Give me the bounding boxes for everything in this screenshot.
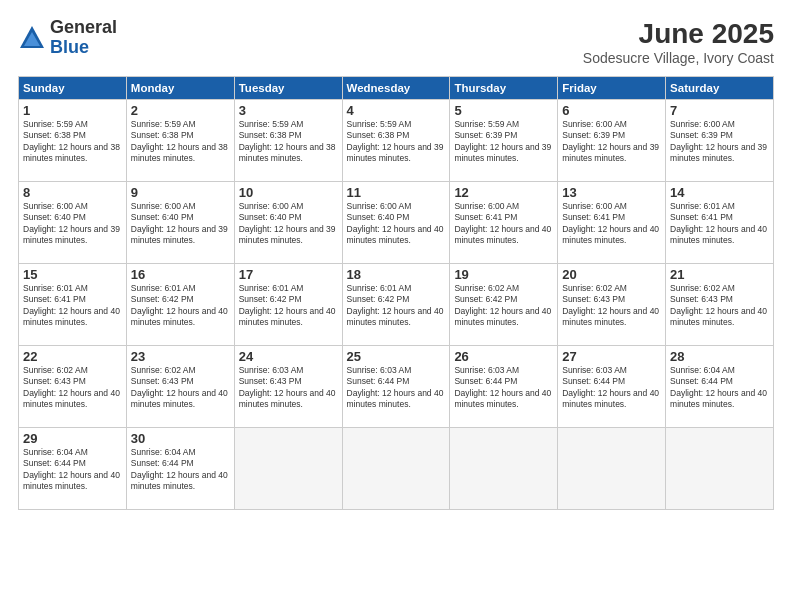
day-info: Sunrise: 6:02 AMSunset: 6:43 PMDaylight:… [562,283,661,329]
day-info: Sunrise: 6:03 AMSunset: 6:44 PMDaylight:… [562,365,661,411]
day-info: Sunrise: 6:02 AMSunset: 6:43 PMDaylight:… [670,283,769,329]
day-number: 12 [454,185,553,200]
day-info: Sunrise: 6:00 AMSunset: 6:40 PMDaylight:… [239,201,338,247]
day-info: Sunrise: 5:59 AMSunset: 6:38 PMDaylight:… [23,119,122,165]
weekday-header-row: Sunday Monday Tuesday Wednesday Thursday… [19,77,774,100]
table-cell [450,428,558,510]
day-number: 23 [131,349,230,364]
th-wednesday: Wednesday [342,77,450,100]
table-cell [342,428,450,510]
day-info: Sunrise: 6:00 AMSunset: 6:39 PMDaylight:… [562,119,661,165]
table-cell: 21Sunrise: 6:02 AMSunset: 6:43 PMDayligh… [666,264,774,346]
day-number: 20 [562,267,661,282]
day-info: Sunrise: 5:59 AMSunset: 6:38 PMDaylight:… [239,119,338,165]
table-cell: 11Sunrise: 6:00 AMSunset: 6:40 PMDayligh… [342,182,450,264]
day-info: Sunrise: 6:02 AMSunset: 6:43 PMDaylight:… [23,365,122,411]
table-cell: 26Sunrise: 6:03 AMSunset: 6:44 PMDayligh… [450,346,558,428]
table-cell: 28Sunrise: 6:04 AMSunset: 6:44 PMDayligh… [666,346,774,428]
day-number: 22 [23,349,122,364]
table-cell: 6Sunrise: 6:00 AMSunset: 6:39 PMDaylight… [558,100,666,182]
table-cell: 23Sunrise: 6:02 AMSunset: 6:43 PMDayligh… [126,346,234,428]
table-cell: 7Sunrise: 6:00 AMSunset: 6:39 PMDaylight… [666,100,774,182]
header: General Blue June 2025 Sodesucre Village… [18,18,774,66]
day-info: Sunrise: 6:01 AMSunset: 6:41 PMDaylight:… [23,283,122,329]
logo: General Blue [18,18,117,58]
day-number: 8 [23,185,122,200]
table-cell [666,428,774,510]
day-number: 29 [23,431,122,446]
day-number: 30 [131,431,230,446]
day-number: 21 [670,267,769,282]
table-cell: 19Sunrise: 6:02 AMSunset: 6:42 PMDayligh… [450,264,558,346]
day-info: Sunrise: 6:00 AMSunset: 6:40 PMDaylight:… [23,201,122,247]
day-info: Sunrise: 5:59 AMSunset: 6:38 PMDaylight:… [131,119,230,165]
day-number: 24 [239,349,338,364]
day-info: Sunrise: 6:00 AMSunset: 6:40 PMDaylight:… [347,201,446,247]
day-info: Sunrise: 6:02 AMSunset: 6:42 PMDaylight:… [454,283,553,329]
table-cell: 8Sunrise: 6:00 AMSunset: 6:40 PMDaylight… [19,182,127,264]
day-number: 28 [670,349,769,364]
day-number: 9 [131,185,230,200]
table-cell: 17Sunrise: 6:01 AMSunset: 6:42 PMDayligh… [234,264,342,346]
day-info: Sunrise: 6:04 AMSunset: 6:44 PMDaylight:… [670,365,769,411]
table-cell: 3Sunrise: 5:59 AMSunset: 6:38 PMDaylight… [234,100,342,182]
table-cell [558,428,666,510]
day-info: Sunrise: 6:01 AMSunset: 6:41 PMDaylight:… [670,201,769,247]
day-number: 10 [239,185,338,200]
table-row: 22Sunrise: 6:02 AMSunset: 6:43 PMDayligh… [19,346,774,428]
table-cell: 13Sunrise: 6:00 AMSunset: 6:41 PMDayligh… [558,182,666,264]
day-info: Sunrise: 6:02 AMSunset: 6:43 PMDaylight:… [131,365,230,411]
day-number: 26 [454,349,553,364]
day-number: 19 [454,267,553,282]
main-title: June 2025 [583,18,774,50]
logo-general: General [50,18,117,38]
th-thursday: Thursday [450,77,558,100]
day-number: 2 [131,103,230,118]
table-cell: 25Sunrise: 6:03 AMSunset: 6:44 PMDayligh… [342,346,450,428]
day-info: Sunrise: 6:01 AMSunset: 6:42 PMDaylight:… [131,283,230,329]
table-cell: 18Sunrise: 6:01 AMSunset: 6:42 PMDayligh… [342,264,450,346]
th-friday: Friday [558,77,666,100]
day-number: 5 [454,103,553,118]
table-cell: 15Sunrise: 6:01 AMSunset: 6:41 PMDayligh… [19,264,127,346]
day-info: Sunrise: 6:00 AMSunset: 6:41 PMDaylight:… [454,201,553,247]
table-cell: 29Sunrise: 6:04 AMSunset: 6:44 PMDayligh… [19,428,127,510]
day-number: 6 [562,103,661,118]
day-info: Sunrise: 5:59 AMSunset: 6:39 PMDaylight:… [454,119,553,165]
table-row: 15Sunrise: 6:01 AMSunset: 6:41 PMDayligh… [19,264,774,346]
table-cell: 30Sunrise: 6:04 AMSunset: 6:44 PMDayligh… [126,428,234,510]
page: General Blue June 2025 Sodesucre Village… [0,0,792,612]
day-number: 3 [239,103,338,118]
day-info: Sunrise: 6:00 AMSunset: 6:39 PMDaylight:… [670,119,769,165]
table-cell: 14Sunrise: 6:01 AMSunset: 6:41 PMDayligh… [666,182,774,264]
logo-text: General Blue [50,18,117,58]
table-row: 1Sunrise: 5:59 AMSunset: 6:38 PMDaylight… [19,100,774,182]
table-row: 8Sunrise: 6:00 AMSunset: 6:40 PMDaylight… [19,182,774,264]
subtitle: Sodesucre Village, Ivory Coast [583,50,774,66]
table-cell: 2Sunrise: 5:59 AMSunset: 6:38 PMDaylight… [126,100,234,182]
logo-icon [18,24,46,52]
table-cell: 27Sunrise: 6:03 AMSunset: 6:44 PMDayligh… [558,346,666,428]
day-info: Sunrise: 6:00 AMSunset: 6:41 PMDaylight:… [562,201,661,247]
day-info: Sunrise: 6:01 AMSunset: 6:42 PMDaylight:… [347,283,446,329]
day-info: Sunrise: 6:03 AMSunset: 6:44 PMDaylight:… [347,365,446,411]
day-number: 27 [562,349,661,364]
table-cell: 24Sunrise: 6:03 AMSunset: 6:43 PMDayligh… [234,346,342,428]
day-number: 1 [23,103,122,118]
day-number: 17 [239,267,338,282]
day-number: 11 [347,185,446,200]
th-monday: Monday [126,77,234,100]
day-info: Sunrise: 6:01 AMSunset: 6:42 PMDaylight:… [239,283,338,329]
day-number: 4 [347,103,446,118]
logo-blue: Blue [50,38,117,58]
calendar: Sunday Monday Tuesday Wednesday Thursday… [18,76,774,510]
table-cell: 5Sunrise: 5:59 AMSunset: 6:39 PMDaylight… [450,100,558,182]
day-number: 13 [562,185,661,200]
table-cell: 16Sunrise: 6:01 AMSunset: 6:42 PMDayligh… [126,264,234,346]
table-cell: 12Sunrise: 6:00 AMSunset: 6:41 PMDayligh… [450,182,558,264]
th-sunday: Sunday [19,77,127,100]
table-cell: 4Sunrise: 5:59 AMSunset: 6:38 PMDaylight… [342,100,450,182]
day-number: 18 [347,267,446,282]
calendar-body: 1Sunrise: 5:59 AMSunset: 6:38 PMDaylight… [19,100,774,510]
day-info: Sunrise: 6:04 AMSunset: 6:44 PMDaylight:… [131,447,230,493]
